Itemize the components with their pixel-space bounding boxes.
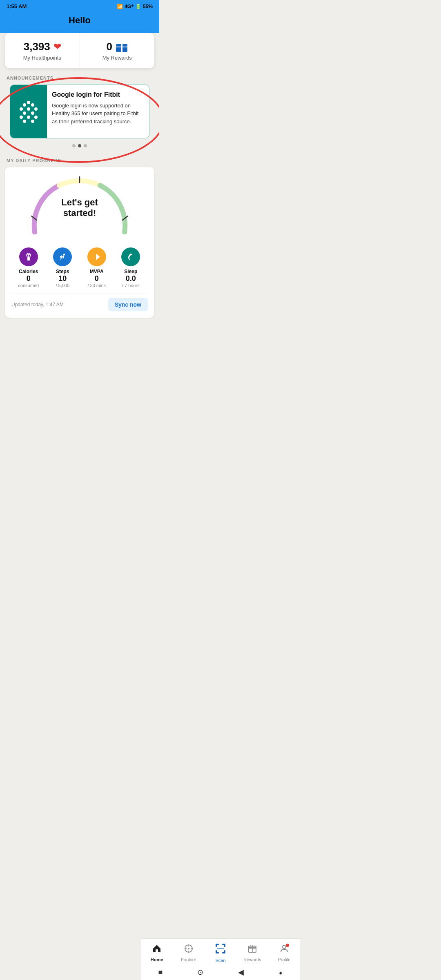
steps-icon (53, 247, 72, 266)
svg-point-16 (31, 120, 34, 123)
progress-card: Let's get started! Calories 0 (5, 167, 154, 318)
steps-sub: / 5,000 (46, 283, 80, 288)
announcement-content: Google login for Fitbit Google login is … (47, 85, 149, 138)
calories-sub: consumed (11, 283, 46, 288)
rewards-section[interactable]: 0 My Rewards (80, 33, 155, 68)
svg-rect-3 (116, 47, 127, 47)
signal-icon: 4G⁺ (125, 4, 134, 9)
announcement-title: Google login for Fitbit (52, 91, 144, 99)
sleep-sub: / 7 hours (114, 283, 148, 288)
mvpa-value: 0 (80, 274, 114, 283)
dot-1[interactable] (72, 144, 76, 147)
mvpa-label: MVPA (80, 269, 114, 274)
svg-point-24 (60, 256, 62, 258)
svg-point-9 (34, 107, 38, 111)
svg-point-6 (31, 103, 34, 107)
battery-icon: 🔋 (135, 4, 141, 9)
status-bar: 1:55 AM 📶 4G⁺ 🔋 55% (0, 0, 159, 12)
metric-calories[interactable]: Calories 0 consumed (11, 247, 46, 288)
svg-point-14 (34, 116, 38, 119)
gauge-container: Let's get started! (22, 175, 137, 234)
healthpoints-section[interactable]: 3,393 ❤ My Healthpoints (5, 33, 80, 68)
healthpoints-value: 3,393 ❤ (10, 40, 75, 53)
svg-point-5 (23, 103, 26, 107)
svg-point-8 (27, 107, 30, 111)
sync-button[interactable]: Sync now (108, 298, 148, 311)
svg-point-15 (23, 120, 26, 123)
svg-point-11 (31, 111, 34, 115)
header: Hello (0, 12, 159, 33)
announcement-body: Google login is now supported on Healthy… (52, 102, 144, 126)
steps-label: Steps (46, 269, 80, 274)
status-time: 1:55 AM (7, 3, 27, 9)
metrics-row: Calories 0 consumed Steps 10 / 5,000 (11, 241, 148, 288)
svg-point-13 (27, 116, 30, 119)
rewards-label: My Rewards (85, 55, 150, 61)
announcement-image (10, 85, 47, 138)
pagination-dots (0, 138, 159, 151)
status-icons: 📶 4G⁺ 🔋 55% (117, 4, 153, 9)
svg-point-23 (63, 254, 65, 255)
sleep-value: 0.0 (114, 274, 148, 283)
calories-label: Calories (11, 269, 46, 274)
gift-box-icon (116, 42, 128, 52)
mvpa-sub: / 30 mins (80, 283, 114, 288)
svg-point-4 (27, 101, 30, 104)
svg-marker-25 (96, 254, 100, 260)
sleep-label: Sleep (114, 269, 148, 274)
svg-point-7 (20, 107, 23, 111)
sleep-icon (121, 247, 140, 266)
metric-sleep[interactable]: Sleep 0.0 / 7 hours (114, 247, 148, 288)
bluetooth-icon: 📶 (117, 4, 123, 9)
svg-rect-21 (27, 257, 30, 261)
steps-value: 10 (46, 274, 80, 283)
battery-percent: 55% (143, 4, 153, 9)
gauge-center-text: Let's get started! (61, 197, 98, 218)
dot-3[interactable] (84, 144, 87, 147)
metric-steps[interactable]: Steps 10 / 5,000 (46, 247, 80, 288)
dot-2[interactable] (78, 144, 81, 147)
calories-value: 0 (11, 274, 46, 283)
rewards-value: 0 (85, 40, 150, 53)
announcement-card[interactable]: Google login for Fitbit Google login is … (10, 85, 149, 138)
sync-row: Updated today, 1:47 AM Sync now (11, 294, 148, 311)
fitbit-logo (16, 99, 41, 124)
sync-time: Updated today, 1:47 AM (11, 302, 64, 307)
daily-progress-label: MY DAILY PROGRESS (0, 151, 159, 167)
healthpoints-label: My Healthpoints (10, 55, 75, 61)
mvpa-icon (87, 247, 106, 266)
points-card: 3,393 ❤ My Healthpoints 0 My Rewards (5, 33, 154, 68)
page-title: Hello (0, 15, 159, 26)
heart-icon: ❤ (53, 42, 61, 52)
announcements-label: ANNOUNCEMENTS (0, 68, 159, 85)
metric-mvpa[interactable]: MVPA 0 / 30 mins (80, 247, 114, 288)
calories-icon (19, 247, 38, 266)
svg-point-10 (23, 111, 26, 115)
svg-point-12 (20, 116, 23, 119)
